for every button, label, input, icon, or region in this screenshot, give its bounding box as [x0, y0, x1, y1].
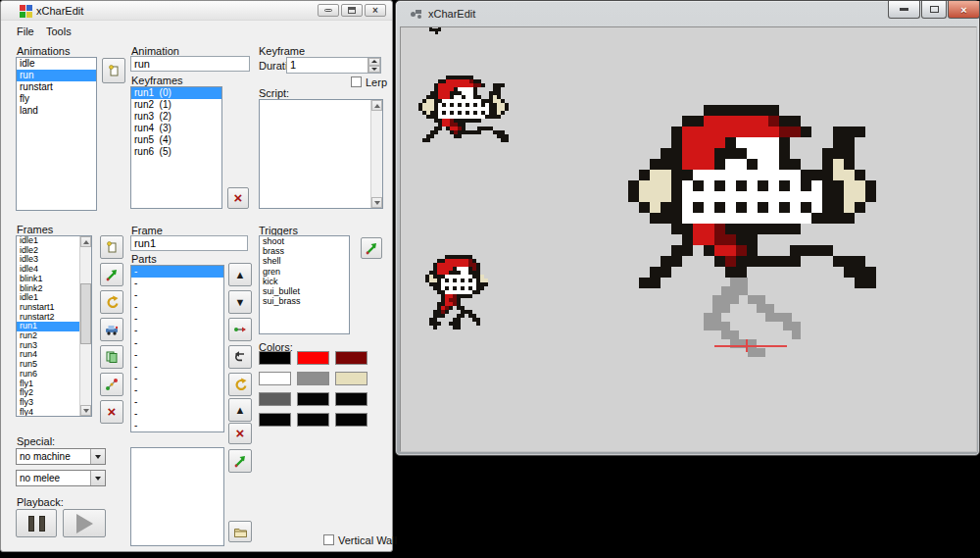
list-item[interactable]: sui_bullet	[260, 286, 349, 296]
color-swatch[interactable]	[335, 351, 368, 365]
close-button[interactable]: ×	[365, 4, 386, 17]
list-item[interactable]: -	[131, 349, 223, 361]
rotate-frame-button[interactable]	[100, 290, 123, 314]
list-item[interactable]: -	[131, 408, 223, 420]
delete-part-button[interactable]: ×	[228, 423, 252, 444]
new-animation-button[interactable]	[102, 58, 125, 83]
list-item[interactable]: -	[131, 289, 223, 301]
open-folder-button[interactable]	[228, 521, 252, 542]
part-down-button[interactable]: ▼	[228, 290, 252, 314]
triggers-list[interactable]: shootbrassshellgrenkicksui_bulletsui_bra…	[259, 235, 350, 334]
spin-up-icon[interactable]	[368, 58, 380, 66]
script-scrollbar[interactable]	[370, 100, 382, 208]
color-swatch[interactable]	[297, 351, 329, 365]
frames-scrollbar[interactable]	[79, 236, 91, 416]
color-swatch[interactable]	[259, 351, 291, 365]
list-item[interactable]: run	[17, 70, 96, 81]
list-item[interactable]: -	[131, 361, 223, 373]
scroll-down-icon[interactable]	[371, 197, 382, 208]
part-up-button[interactable]: ▲	[228, 263, 252, 286]
animation-name-input[interactable]: run	[130, 56, 250, 72]
duration-spinner[interactable]	[368, 58, 380, 73]
parts-list[interactable]: --------------	[130, 265, 224, 432]
part-raise-button[interactable]: ▲	[228, 398, 252, 422]
list-item[interactable]: -	[131, 301, 223, 313]
list-item[interactable]: shell	[260, 256, 349, 266]
color-swatch[interactable]	[259, 413, 291, 427]
minimize-button[interactable]	[318, 4, 339, 17]
list-item[interactable]: run5 (4)	[131, 134, 221, 146]
frame-name-input[interactable]: run1	[130, 235, 248, 251]
minimize-button[interactable]	[888, 1, 920, 19]
list-item[interactable]: run6 (5)	[131, 146, 221, 158]
list-item[interactable]: run3 (2)	[131, 111, 221, 123]
list-item[interactable]: run2 (1)	[131, 99, 221, 111]
delete-frame-button[interactable]: ×	[100, 400, 123, 424]
list-item[interactable]: fly	[17, 93, 96, 105]
spin-down-icon[interactable]	[368, 66, 380, 74]
list-item[interactable]: -	[131, 278, 223, 289]
color-swatch[interactable]	[335, 413, 368, 427]
list-item[interactable]: kick	[260, 277, 349, 286]
color-swatch[interactable]	[297, 372, 329, 385]
vehicle-button[interactable]	[100, 318, 123, 341]
menu-file[interactable]: File	[11, 24, 40, 39]
list-item[interactable]: -	[131, 337, 223, 349]
editor-titlebar[interactable]: xCharEdit ×	[1, 1, 392, 21]
scroll-down-icon[interactable]	[80, 405, 91, 416]
chain-button[interactable]	[100, 373, 123, 396]
color-swatch[interactable]	[335, 372, 368, 385]
list-item[interactable]: sui_brass	[260, 296, 349, 306]
close-button[interactable]: ×	[948, 1, 980, 19]
delete-keyframe-button[interactable]: ×	[227, 187, 249, 209]
list-item[interactable]: idle	[17, 58, 96, 70]
preview-titlebar[interactable]: xCharEdit ×	[396, 1, 979, 26]
add-trigger-button[interactable]	[361, 237, 382, 259]
color-swatch[interactable]	[335, 392, 368, 406]
list-item[interactable]: -	[131, 266, 223, 278]
list-item[interactable]: brass	[260, 246, 349, 256]
pause-button[interactable]	[16, 509, 57, 537]
melee-dropdown[interactable]: no melee	[16, 470, 106, 486]
color-swatch[interactable]	[259, 392, 291, 406]
color-swatch[interactable]	[259, 372, 291, 385]
chevron-down-icon[interactable]	[90, 471, 105, 485]
list-item[interactable]: gren	[260, 267, 349, 277]
animations-list[interactable]: idlerunrunstartflyland	[16, 57, 97, 211]
color-swatch[interactable]	[297, 392, 329, 406]
scroll-up-icon[interactable]	[371, 100, 382, 111]
part-swap-button[interactable]	[228, 318, 252, 341]
preview-canvas[interactable]	[400, 26, 977, 452]
list-item[interactable]: runstart	[17, 81, 96, 93]
duration-input[interactable]: 1	[286, 57, 381, 74]
list-item[interactable]: -	[131, 420, 223, 431]
part-undo-button[interactable]	[228, 345, 252, 369]
keyframes-list[interactable]: run1 (0)run2 (1)run3 (2)run4 (3)run5 (4)…	[130, 86, 222, 209]
list-item[interactable]: -	[131, 313, 223, 325]
list-item[interactable]: -	[131, 325, 223, 336]
list-item[interactable]: shoot	[260, 236, 349, 246]
chevron-down-icon[interactable]	[90, 449, 105, 464]
list-item[interactable]: land	[17, 105, 96, 117]
new-frame-button[interactable]	[100, 235, 123, 259]
list-item[interactable]: run1 (0)	[131, 87, 221, 99]
duplicate-frame-button[interactable]	[100, 345, 123, 369]
color-swatch[interactable]	[297, 413, 329, 427]
list-item[interactable]: -	[131, 396, 223, 408]
frames-list[interactable]: idle1idle2idle3idle4blink1blink2idle1run…	[16, 235, 92, 417]
maximize-button[interactable]	[341, 4, 363, 17]
export-frame-button[interactable]	[100, 263, 123, 286]
play-button[interactable]	[63, 509, 106, 537]
lerp-checkbox[interactable]	[351, 76, 362, 87]
scroll-up-icon[interactable]	[80, 236, 91, 247]
list-item[interactable]: -	[131, 373, 223, 384]
list-item[interactable]: -	[131, 384, 223, 396]
menu-tools[interactable]: Tools	[40, 24, 77, 39]
script-textarea[interactable]	[259, 99, 383, 209]
machine-dropdown[interactable]: no machine	[16, 448, 106, 465]
maximize-button[interactable]	[921, 1, 947, 19]
import-part-button[interactable]	[228, 449, 252, 473]
list-item[interactable]: run4 (3)	[131, 123, 221, 134]
list-item[interactable]: fly4	[17, 408, 79, 417]
part-rotate-button[interactable]	[228, 373, 252, 396]
